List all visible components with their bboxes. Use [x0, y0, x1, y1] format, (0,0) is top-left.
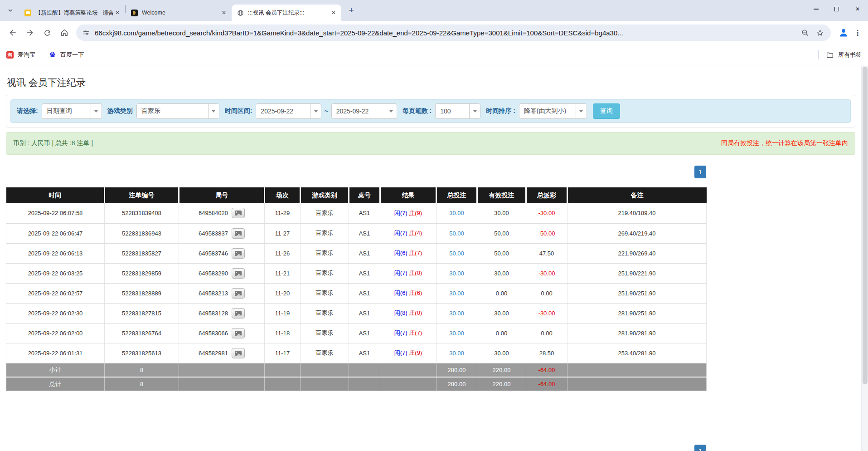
- cell-bet-id: 522831825613: [105, 343, 179, 363]
- round-wrap: 649583746: [179, 248, 264, 259]
- cell-total-bet[interactable]: 30.00: [436, 203, 477, 223]
- tab-welcome[interactable]: Welcome ✕: [126, 5, 232, 21]
- footer-empty-cell: [349, 363, 380, 377]
- close-icon[interactable]: ✕: [220, 9, 228, 17]
- browser-toolbar: 66cxkj98.com/game/betrecord_search/kind3…: [0, 21, 868, 44]
- minimize-button[interactable]: [805, 0, 826, 18]
- cell-total-bet[interactable]: 30.00: [436, 283, 477, 303]
- select-type-label: 请选择:: [17, 107, 38, 115]
- table-footer: 小计8280.00220.00-64.00总计8280.00220.00-64.…: [6, 363, 707, 391]
- scrollbar-thumb[interactable]: [863, 67, 868, 384]
- per-page-select[interactable]: 100: [435, 103, 480, 119]
- page-1-button[interactable]: 1: [694, 166, 706, 178]
- back-button[interactable]: [5, 25, 21, 41]
- round-image-button[interactable]: [232, 328, 245, 338]
- cell-session: 11-26: [265, 243, 301, 263]
- query-button[interactable]: 查询: [593, 103, 620, 119]
- footer-empty-cell: [265, 363, 301, 377]
- round-image-button[interactable]: [232, 228, 245, 239]
- round-image-button[interactable]: [232, 208, 245, 218]
- cell-bet-id: 522831828889: [105, 283, 179, 303]
- footer-empty-cell: [179, 377, 265, 391]
- menu-button[interactable]: ⋮: [852, 25, 863, 41]
- footer-valid-bet: 220.00: [477, 363, 526, 377]
- tab-forum[interactable]: 【新提醒】海燕策略论坛 - 综合 ✕: [19, 5, 125, 21]
- new-tab-button[interactable]: +: [344, 4, 358, 17]
- bet-record-table: 时间注单编号局号场次游戏类别桌号结果总投注有效投注总派彩备注 2025-09-2…: [6, 187, 707, 392]
- round-image-button[interactable]: [232, 268, 245, 279]
- close-icon[interactable]: ✕: [330, 9, 338, 17]
- footer-total-bet: 280.00: [436, 377, 477, 391]
- query-type-select[interactable]: 日期查询: [42, 103, 102, 119]
- scrollbar-track[interactable]: [861, 66, 868, 451]
- date-end-select[interactable]: 2025-09-22: [331, 103, 397, 119]
- bookmarks-separator: [818, 50, 819, 59]
- sort-value: 降幂(由大到小): [519, 104, 576, 118]
- maximize-button[interactable]: [826, 0, 847, 18]
- cell-total-bet[interactable]: 30.00: [436, 303, 477, 323]
- cell-total-bet[interactable]: 30.00: [436, 343, 477, 363]
- close-window-button[interactable]: ✕: [847, 0, 868, 18]
- home-button[interactable]: [56, 25, 73, 41]
- close-icon[interactable]: ✕: [113, 9, 121, 17]
- date-start-select[interactable]: 2025-09-22: [256, 103, 321, 119]
- maximize-icon: [834, 7, 839, 11]
- cell-result: 闲(7) 庄(7): [380, 323, 436, 343]
- range-separator: ~: [324, 107, 328, 115]
- url-text[interactable]: 66cxkj98.com/game/betrecord_search/kind3…: [95, 29, 795, 37]
- result-banker: 庄(6): [409, 289, 422, 296]
- all-bookmarks-button[interactable]: 所有书签: [818, 50, 862, 59]
- pagination-top: 1: [6, 166, 706, 178]
- zoom-icon[interactable]: [801, 29, 810, 37]
- site-info-icon[interactable]: [82, 29, 90, 36]
- round-id: 649584020: [199, 210, 228, 216]
- cell-game: 百家乐: [301, 323, 349, 343]
- bookmark-baidu[interactable]: 百度一下: [49, 51, 84, 59]
- table-row: 2025-09-22 06:06:47522831836943649583837…: [6, 223, 707, 243]
- cell-time: 2025-09-22 06:02:30: [6, 303, 105, 323]
- cell-total-bet[interactable]: 30.00: [436, 323, 477, 343]
- cell-total-bet[interactable]: 30.00: [436, 263, 477, 283]
- cell-game: 百家乐: [301, 223, 349, 243]
- round-image-button[interactable]: [232, 288, 245, 299]
- round-image-button[interactable]: [232, 248, 245, 259]
- profile-button[interactable]: [835, 25, 852, 41]
- cell-remark: 221.90/269.40: [567, 243, 707, 263]
- cell-round: 649583837: [179, 223, 265, 243]
- cell-session: 11-27: [265, 223, 301, 243]
- url-bar[interactable]: 66cxkj98.com/game/betrecord_search/kind3…: [76, 25, 831, 41]
- footer-label: 总计: [6, 377, 105, 391]
- reload-button[interactable]: [39, 25, 55, 41]
- cell-bet-id: 522831836943: [105, 223, 179, 243]
- footer-empty-cell: [301, 377, 349, 391]
- cell-time: 2025-09-22 06:06:13: [6, 243, 105, 263]
- round-image-button[interactable]: [232, 348, 245, 358]
- reload-icon: [43, 29, 52, 37]
- bookmark-taobao[interactable]: 淘 爱淘宝: [6, 51, 35, 59]
- page-1-button-bottom[interactable]: 1: [694, 445, 706, 451]
- cell-game: 百家乐: [301, 343, 349, 363]
- home-icon: [60, 28, 69, 37]
- page-title: 视讯 会员下注纪录: [6, 65, 855, 95]
- valid-bet-notice: 同局有效投注，统一计算在该局第一张注单内: [721, 139, 848, 147]
- forward-button[interactable]: [22, 25, 38, 41]
- sort-select[interactable]: 降幂(由大到小): [519, 103, 587, 119]
- window-controls: ✕: [805, 0, 868, 18]
- tab-bet-record-active[interactable]: :::视讯 会员下注纪录::: ✕: [232, 5, 341, 21]
- game-category-select[interactable]: 百家乐: [136, 103, 219, 119]
- cell-table-no: AS1: [349, 323, 380, 343]
- cell-time: 2025-09-22 06:01:31: [6, 343, 105, 363]
- cell-session: 11-20: [265, 283, 301, 303]
- result-player: 闲(7): [394, 270, 407, 276]
- cell-total-bet[interactable]: 50.00: [436, 243, 477, 263]
- image-icon: [235, 231, 242, 236]
- tab-search-button[interactable]: [4, 4, 17, 17]
- bookmark-star-icon[interactable]: [816, 29, 824, 37]
- round-image-button[interactable]: [232, 308, 245, 319]
- minimize-icon: [814, 9, 819, 9]
- cell-remark: 253.40/281.90: [567, 343, 707, 363]
- column-header: 有效投注: [477, 187, 526, 203]
- cell-bet-id: 522831826764: [105, 323, 179, 343]
- dropdown-arrow-icon: [576, 104, 587, 118]
- cell-total-bet[interactable]: 50.00: [436, 223, 477, 243]
